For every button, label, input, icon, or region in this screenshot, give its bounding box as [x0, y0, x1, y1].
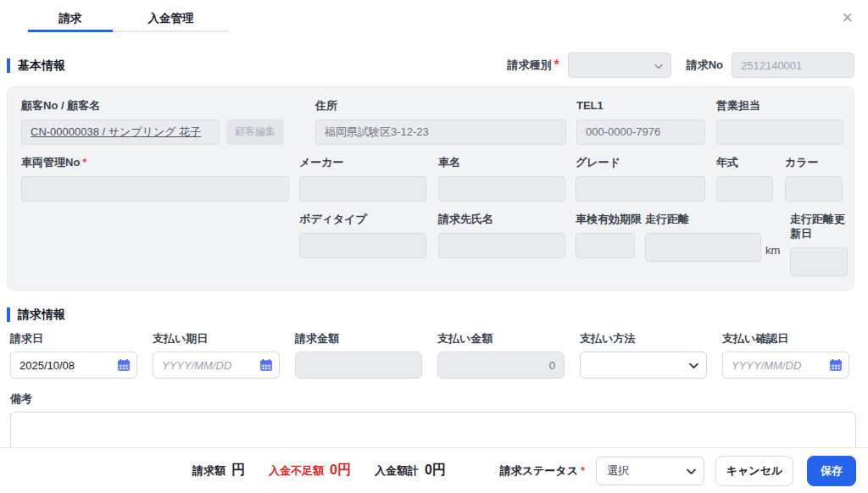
invoice-total-value: 円: [231, 462, 245, 479]
tab-invoice[interactable]: 請求: [28, 7, 113, 32]
invoice-no-label: 請求No: [687, 58, 723, 73]
deposit-shortage-value: 0円: [330, 462, 351, 479]
mileage-unit: km: [765, 244, 780, 262]
deposit-shortage-amount: 入金不足額 0円: [269, 462, 351, 479]
grade-label: グレード: [576, 156, 705, 170]
basic-info-header: 基本情報 請求種別 * 請求No 2512140001: [7, 53, 854, 78]
body-type-label: ボディタイプ: [299, 213, 426, 227]
invoice-amount-field: [295, 352, 422, 379]
tel1-label: TEL1: [576, 99, 705, 114]
address-field: 福岡県試験区3-12-23: [315, 119, 566, 145]
inspection-expiry-label: 車検有効期限: [576, 213, 635, 227]
model-year-field: [716, 176, 773, 202]
mileage-updated-field: [790, 247, 848, 276]
invoice-amount-label: 請求金額: [295, 332, 422, 346]
payment-method-select[interactable]: [580, 352, 707, 379]
tab-bar: 請求 入金管理 ×: [0, 0, 868, 32]
vehicle-no-field: [21, 176, 289, 202]
customer-edit-button[interactable]: 顧客編集: [227, 119, 283, 145]
basic-info-panel: 顧客No / 顧客名 CN-00000038 / サンプリング 花子 顧客編集 …: [7, 86, 854, 291]
address-label: 住所: [315, 99, 566, 114]
inspection-expiry-field: [576, 233, 635, 258]
notes-label: 備考: [10, 392, 868, 407]
required-mark: *: [82, 156, 86, 169]
tab-deposit-management[interactable]: 入金管理: [113, 7, 229, 32]
chevron-down-icon: [689, 359, 698, 372]
customer-field: CN-00000038 / サンプリング 花子: [21, 119, 220, 145]
customer-label: 顧客No / 顧客名: [21, 99, 284, 114]
invoice-status-value: 選択: [607, 463, 629, 479]
vehicle-no-label: 車両管理No*: [21, 156, 289, 170]
mileage-updated-label: 走行距離更新日: [790, 213, 853, 241]
customer-link[interactable]: CN-00000038 / サンプリング 花子: [31, 125, 201, 140]
billing-name-field: [438, 233, 565, 258]
calendar-icon[interactable]: [117, 358, 131, 372]
calendar-icon[interactable]: [829, 358, 843, 372]
invoice-status-select[interactable]: 選択: [596, 457, 704, 485]
paid-amount-field: 0: [437, 352, 565, 379]
body-type-field: [299, 233, 426, 258]
grade-field: [576, 176, 705, 202]
deposit-total-label: 入金額計: [375, 463, 419, 479]
model-year-label: 年式: [716, 156, 773, 170]
maker-label: メーカー: [299, 156, 426, 170]
invoice-status-label: 請求ステータス*: [500, 463, 585, 479]
chevron-down-icon: [654, 59, 663, 72]
section-title-basic-info: 基本情報: [7, 58, 65, 73]
invoice-total-amount: 請求額 円: [192, 462, 245, 479]
sales-rep-label: 営業担当: [716, 99, 843, 114]
cancel-button[interactable]: キャンセル: [715, 456, 793, 486]
save-button[interactable]: 保存: [807, 456, 856, 486]
car-name-field: [438, 176, 565, 202]
invoice-no-field: 2512140001: [732, 53, 854, 78]
invoice-total-label: 請求額: [192, 463, 225, 479]
mileage-label: 走行距離: [645, 213, 785, 227]
invoice-type-select[interactable]: [568, 53, 671, 78]
close-icon[interactable]: ×: [838, 7, 856, 29]
paid-amount-label: 支払い金額: [437, 332, 565, 346]
payment-confirm-date-label: 支払い確認日: [722, 332, 849, 346]
color-field: [785, 176, 843, 202]
billing-name-label: 請求先氏名: [438, 213, 565, 227]
invoice-type-label: 請求種別: [507, 58, 551, 73]
color-label: カラー: [785, 156, 843, 170]
deposit-total-amount: 入金額計 0円: [375, 462, 446, 479]
chevron-down-icon: [687, 464, 696, 477]
required-mark: *: [554, 58, 559, 73]
car-name-label: 車名: [438, 156, 565, 170]
maker-field: [299, 176, 426, 202]
deposit-total-value: 0円: [425, 462, 446, 479]
payment-method-label: 支払い方法: [580, 332, 707, 346]
footer-bar: 請求額 円 入金不足額 0円 入金額計 0円 請求ステータス* 選択 キャンセル…: [0, 447, 868, 493]
calendar-icon[interactable]: [259, 358, 273, 372]
sales-rep-field: [716, 119, 843, 145]
invoice-date-label: 請求日: [10, 332, 137, 346]
section-title-billing-info: 請求情報: [7, 307, 65, 322]
billing-fields-row: 請求日 支払い期日 請求金額 支払い金額 0 支払い方法: [10, 332, 856, 379]
required-mark: *: [581, 464, 585, 477]
billing-info-header: 請求情報: [7, 307, 854, 322]
tel1-field: 000-0000-7976: [576, 119, 705, 145]
deposit-shortage-label: 入金不足額: [269, 463, 324, 479]
mileage-field: [645, 233, 761, 262]
due-date-label: 支払い期日: [153, 332, 280, 346]
